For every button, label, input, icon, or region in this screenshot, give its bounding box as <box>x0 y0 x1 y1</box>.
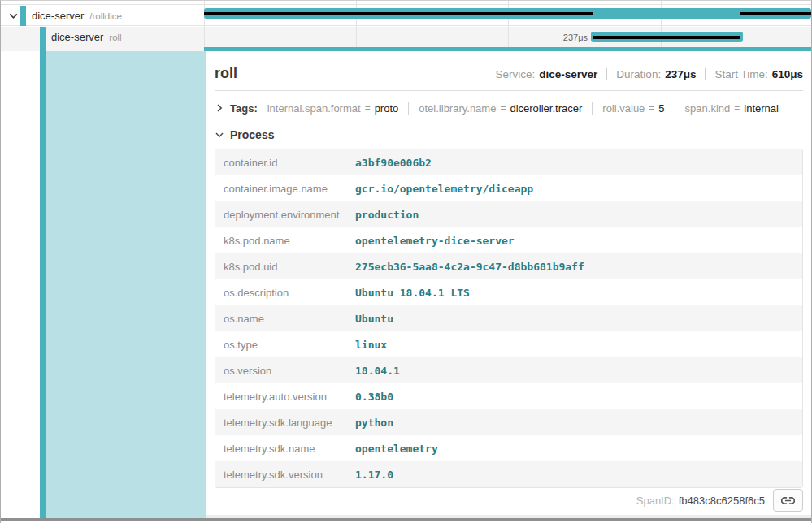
table-row: os.description Ubuntu 18.04.1 LTS <box>215 279 802 305</box>
meta-value: dice-server <box>539 68 597 80</box>
meta-separator <box>705 68 706 80</box>
process-value: 275ecb36-5aa8-4c2a-9c47-d8bb681b9aff <box>355 253 802 279</box>
table-row: os.name Ubuntu <box>215 305 802 331</box>
span-detail-panel: roll Service: dice-server Duration: 237μ… <box>206 51 811 515</box>
process-value: 18.04.1 <box>355 357 802 383</box>
process-kv-table: container.id a3bf90e006b2 container.imag… <box>215 149 803 488</box>
table-row: telemetry.sdk.version 1.17.0 <box>215 461 802 487</box>
process-key: os.name <box>215 305 355 331</box>
process-key: telemetry.sdk.language <box>215 409 355 435</box>
tag-equals: = <box>365 102 371 114</box>
critical-path-segment <box>740 12 811 15</box>
tag-separator <box>592 102 593 115</box>
copy-link-button[interactable] <box>773 489 803 512</box>
process-key: deployment.environment <box>215 201 355 227</box>
process-key: container.id <box>215 149 355 175</box>
span-detail-footer: SpanID: fb483c8c6258f6c5 <box>636 489 803 512</box>
tags-section-toggle[interactable]: Tags: internal.span.format = proto otel.… <box>215 97 803 119</box>
chevron-down-icon <box>215 130 224 140</box>
table-row: os.version 18.04.1 <box>215 357 802 383</box>
service-name: dice-server <box>51 31 103 43</box>
tag-separator <box>675 102 675 115</box>
tag-key: span.kind <box>685 102 731 115</box>
table-row: k8s.pod.uid 275ecb36-5aa8-4c2a-9c47-d8bb… <box>215 253 802 279</box>
link-icon <box>781 494 795 508</box>
process-value: opentelemetry <box>355 435 802 461</box>
header-divider <box>215 90 803 91</box>
process-key: container.image.name <box>215 175 355 201</box>
process-key: os.version <box>215 357 355 383</box>
tag-key: otel.library.name <box>419 102 496 115</box>
chevron-right-icon <box>215 103 224 113</box>
indent-guide-line <box>24 1 24 518</box>
span-color-accent <box>20 6 26 26</box>
meta-item: Service: dice-server <box>477 68 598 80</box>
timeline-header-strip <box>1 1 811 5</box>
table-row: telemetry.sdk.language python <box>215 409 802 435</box>
service-name: dice-server <box>32 10 84 22</box>
process-key: os.type <box>215 331 355 357</box>
selected-span-stripe <box>40 27 46 518</box>
tag-separator <box>408 102 409 115</box>
process-value: opentelemetry-dice-server <box>355 227 802 253</box>
spanid-label: SpanID: <box>636 495 675 507</box>
indent-guide-line <box>7 1 7 518</box>
process-value: linux <box>355 331 802 357</box>
selected-span-fill <box>46 51 206 518</box>
span-detail-header: roll Service: dice-server Duration: 237μ… <box>215 51 803 82</box>
process-value: a3bf90e006b2 <box>355 149 802 175</box>
table-row: container.id a3bf90e006b2 <box>215 149 802 175</box>
meta-value: 237μs <box>665 68 696 80</box>
tag-item: span.kind = internal <box>685 102 779 115</box>
table-row: container.image.name gcr.io/opentelemetr… <box>215 175 802 201</box>
span-duration-label: 237μs <box>521 32 588 42</box>
critical-path-segment <box>204 12 593 15</box>
collapse-chevron-icon[interactable] <box>8 11 19 21</box>
process-key: k8s.pod.uid <box>215 253 355 279</box>
critical-path-segment <box>593 36 740 39</box>
operation-name: roll <box>109 32 121 42</box>
table-row: telemetry.sdk.name opentelemetry <box>215 435 802 461</box>
span-title: roll <box>215 65 237 82</box>
process-key: telemetry.sdk.name <box>215 435 355 461</box>
meta-label: Service: <box>496 68 536 80</box>
process-value: python <box>355 409 802 435</box>
process-value: Ubuntu 18.04.1 LTS <box>355 279 802 305</box>
process-section-label: Process <box>230 128 274 141</box>
tag-item: otel.library.name = diceroller.tracer <box>419 102 593 115</box>
process-key: k8s.pod.name <box>215 227 355 253</box>
process-value: Ubuntu <box>355 305 802 331</box>
tag-value: internal <box>744 102 779 115</box>
window-bottom-border <box>1 518 811 521</box>
tag-value: 5 <box>658 102 664 115</box>
operation-name: /rolldice <box>89 11 122 21</box>
tag-item: internal.span.format = proto <box>267 102 410 115</box>
meta-label: Start Time: <box>714 68 767 80</box>
span-name-rolldice[interactable]: dice-server /rolldice <box>32 6 122 26</box>
process-value: 1.17.0 <box>355 461 802 487</box>
span-meta: Service: dice-server Duration: 237μs Sta… <box>477 68 803 80</box>
process-key: telemetry.sdk.version <box>215 461 355 487</box>
process-value: 0.38b0 <box>355 383 802 409</box>
process-value: gcr.io/opentelemetry/diceapp <box>355 175 802 201</box>
tag-value: proto <box>375 102 399 115</box>
process-key: telemetry.auto.version <box>215 383 355 409</box>
tag-item: roll.value = 5 <box>602 102 675 115</box>
table-row: deployment.environment production <box>215 201 802 227</box>
process-section-toggle[interactable]: Process <box>215 127 803 143</box>
spanid-value: fb483c8c6258f6c5 <box>679 495 765 507</box>
meta-separator <box>606 68 607 80</box>
tags-summary: internal.span.format = proto otel.librar… <box>258 102 779 115</box>
meta-value: 610μs <box>772 68 803 80</box>
tag-equals: = <box>734 102 740 114</box>
tag-equals: = <box>500 102 506 114</box>
table-row: k8s.pod.name opentelemetry-dice-server <box>215 227 802 253</box>
tag-key: internal.span.format <box>267 102 361 115</box>
tag-key: roll.value <box>602 102 645 115</box>
jaeger-trace-view: dice-server /rolldice dice-server roll 2… <box>0 0 812 523</box>
process-value: production <box>355 201 802 227</box>
span-name-roll[interactable]: dice-server roll <box>51 27 122 47</box>
meta-item: Duration: 237μs <box>597 68 696 80</box>
tag-equals: = <box>649 102 654 114</box>
detail-panel-top-border <box>204 47 811 51</box>
